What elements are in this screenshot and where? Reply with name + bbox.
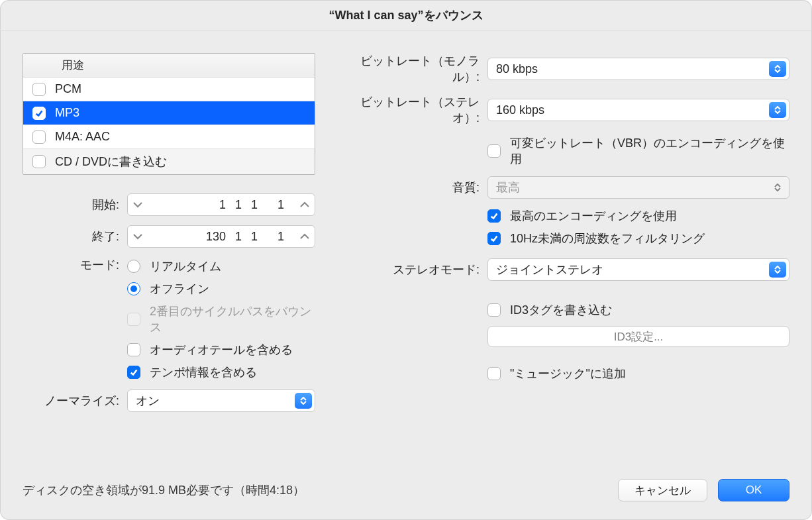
end-label: 終了:: [23, 229, 119, 244]
updown-icon: [295, 393, 312, 409]
add-to-music-checkbox[interactable]: "ミュージック"に追加: [487, 366, 789, 382]
chevron-up-icon[interactable]: [295, 194, 315, 215]
cancel-button[interactable]: キャンセル: [618, 479, 707, 501]
checkbox-icon[interactable]: [32, 107, 46, 120]
mode-offline[interactable]: オフライン: [127, 281, 315, 297]
chevron-down-icon[interactable]: [128, 226, 148, 247]
second-cycle-pass: 2番目のサイクルパスをバウンス: [127, 303, 315, 335]
write-id3-checkbox[interactable]: ID3タグを書き込む: [487, 302, 789, 318]
start-label: 開始:: [23, 197, 119, 213]
checkbox-icon[interactable]: [487, 209, 501, 223]
format-label: CD / DVDに書き込む: [55, 154, 167, 170]
format-table-header[interactable]: 用途: [23, 54, 315, 78]
format-table: 用途 PCM MP3 M4A: AAC CD / DVDに書き込む: [23, 53, 315, 175]
radio-icon[interactable]: [127, 282, 140, 295]
checkbox-icon[interactable]: [487, 232, 501, 245]
window-title: “What I can say”をバウンス: [0, 0, 812, 30]
bounce-dialog: “What I can say”をバウンス 用途 PCM MP3 M4A: AA…: [0, 0, 812, 520]
left-column: 用途 PCM MP3 M4A: AAC CD / DVDに書き込む: [23, 53, 315, 466]
right-column: ビットレート（モノラル）: 80 kbps ビットレート（ステレオ）: 160 …: [343, 53, 789, 466]
start-stepper[interactable]: 1 1 1 1: [127, 193, 315, 216]
checkbox-icon[interactable]: [487, 367, 501, 380]
checkbox-icon: [127, 313, 140, 326]
bitrate-stereo-select[interactable]: 160 kbps: [487, 99, 789, 121]
format-row-mp3[interactable]: MP3: [23, 101, 315, 125]
disk-status: ディスクの空き領域が91.9 MB必要です（時間4:18）: [23, 482, 305, 498]
normalize-select[interactable]: オン: [127, 390, 315, 412]
checkbox-icon[interactable]: [487, 303, 501, 317]
checkbox-icon[interactable]: [127, 366, 140, 379]
quality-label: 音質:: [343, 180, 480, 195]
bitrate-mono-select[interactable]: 80 kbps: [487, 58, 789, 80]
stereo-mode-select[interactable]: ジョイントステレオ: [487, 258, 789, 281]
chevron-down-icon[interactable]: [128, 194, 148, 215]
chevron-up-icon[interactable]: [295, 226, 315, 247]
mode-radio-group: リアルタイム オフライン 2番目のサイクルパスをバウンス オーディオテールを含め…: [127, 257, 315, 380]
checkbox-icon[interactable]: [32, 155, 46, 168]
end-stepper[interactable]: 130 1 1 1: [127, 225, 315, 248]
updown-icon: [769, 61, 786, 77]
footer: ディスクの空き領域が91.9 MB必要です（時間4:18） キャンセル OK: [0, 479, 812, 520]
format-label: PCM: [55, 82, 81, 96]
bitrate-mono-label: ビットレート（モノラル）:: [343, 53, 480, 85]
updown-icon: [769, 180, 786, 195]
content-area: 用途 PCM MP3 M4A: AAC CD / DVDに書き込む: [0, 30, 812, 479]
id3-settings-button[interactable]: ID3設定...: [487, 326, 789, 347]
ok-button[interactable]: OK: [718, 479, 789, 501]
normalize-label: ノーマライズ:: [23, 393, 119, 409]
updown-icon: [769, 262, 786, 278]
vbr-checkbox[interactable]: 可変ビットレート（VBR）のエンコーディングを使用: [487, 135, 789, 167]
mode-label: モード:: [23, 257, 119, 273]
checkbox-icon[interactable]: [487, 144, 501, 158]
checkbox-icon[interactable]: [127, 343, 140, 356]
updown-icon: [769, 102, 786, 118]
include-tempo[interactable]: テンポ情報を含める: [127, 364, 315, 380]
format-label: MP3: [55, 106, 79, 120]
format-row-m4a[interactable]: M4A: AAC: [23, 125, 315, 149]
checkbox-icon[interactable]: [32, 130, 46, 144]
include-audio-tail[interactable]: オーディオテールを含める: [127, 342, 315, 358]
radio-icon[interactable]: [127, 260, 140, 273]
quality-select: 最高: [487, 176, 789, 199]
format-row-pcm[interactable]: PCM: [23, 78, 315, 101]
stereo-mode-label: ステレオモード:: [343, 262, 480, 278]
format-row-cddvd[interactable]: CD / DVDに書き込む: [23, 149, 315, 174]
best-encoding-checkbox[interactable]: 最高のエンコーディングを使用: [487, 208, 789, 224]
bitrate-stereo-label: ビットレート（ステレオ）:: [343, 94, 480, 126]
mode-realtime[interactable]: リアルタイム: [127, 258, 315, 274]
format-label: M4A: AAC: [55, 130, 110, 144]
filter-10hz-checkbox[interactable]: 10Hz未満の周波数をフィルタリング: [487, 231, 789, 246]
checkbox-icon[interactable]: [32, 83, 46, 96]
